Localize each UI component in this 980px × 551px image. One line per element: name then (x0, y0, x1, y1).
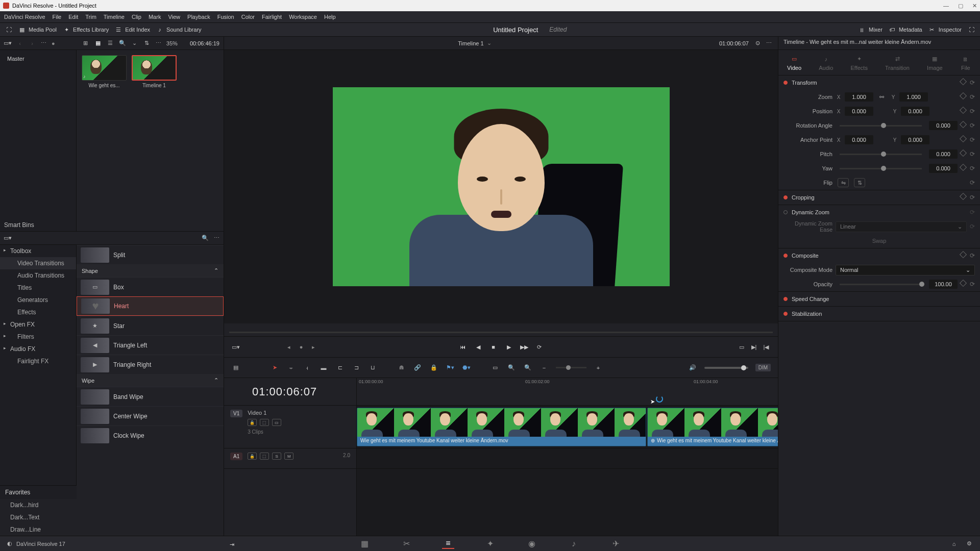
nav-back[interactable]: ‹ (16, 40, 23, 47)
home-icon[interactable]: ⌂ (950, 540, 958, 547)
track-lock-icon[interactable]: 🔒 (248, 453, 257, 460)
media-pool-toggle[interactable]: ▦Media Pool (18, 26, 57, 33)
transform-section[interactable]: Transform⟳ (778, 76, 980, 90)
page-fusion[interactable]: ✦ (484, 539, 496, 549)
link-toggle[interactable]: 🔗 (413, 363, 422, 372)
edit-index-toggle[interactable]: ☰Edit Index (115, 26, 150, 33)
volume-icon[interactable]: 🔊 (688, 363, 697, 372)
track-disable-icon[interactable]: ▭ (272, 419, 281, 426)
pos-x-input[interactable] (845, 107, 873, 116)
marker-icon[interactable]: ● (298, 343, 305, 350)
favorite-item[interactable]: Draw...Line (0, 523, 77, 536)
selection-tool[interactable]: ➤ (270, 363, 279, 372)
inspector-tab-audio[interactable]: ♪Audio (819, 55, 833, 71)
viewer[interactable]: ⇥ (224, 50, 778, 323)
more-icon[interactable]: ⋯ (41, 40, 46, 46)
composite-section[interactable]: Composite⟳ (778, 248, 980, 263)
menu-item[interactable]: Mark (149, 14, 161, 20)
track-lock-icon[interactable]: 🔒 (248, 419, 257, 426)
menu-item[interactable]: Help (324, 14, 336, 20)
inspector-tab-file[interactable]: 🗎File (960, 55, 971, 71)
menu-item[interactable]: Fairlight (262, 14, 282, 20)
flip-h-button[interactable]: ⇋ (838, 178, 849, 187)
find-tool[interactable]: ▭ (491, 363, 500, 372)
play-button[interactable]: ▶ (504, 342, 513, 352)
more-icon[interactable]: ⋯ (156, 40, 161, 46)
jog-bar[interactable] (229, 332, 773, 333)
speed-section[interactable]: Speed Change (778, 292, 980, 306)
fx-tree-audiofx[interactable]: Audio FX (0, 343, 76, 355)
rotation-input[interactable] (929, 121, 958, 130)
next-marker-icon[interactable]: ▸ (310, 343, 317, 350)
zoom-percent[interactable]: 35% (166, 40, 178, 46)
fx-item-box[interactable]: ▭Box (77, 277, 224, 296)
dynamic-zoom-section[interactable]: Dynamic Zoom⟳ (778, 205, 980, 219)
fx-item-clock-wipe[interactable]: Clock Wipe (77, 425, 224, 445)
menu-item[interactable]: DaVinci Resolve (4, 14, 45, 20)
chevron-down-icon[interactable]: ⌄ (131, 40, 138, 47)
menu-item[interactable]: Color (241, 14, 255, 20)
track-badge-a1[interactable]: A1 (230, 453, 242, 460)
timeline-name-dropdown[interactable]: Timeline 1⌄ (458, 40, 491, 46)
stop-button[interactable]: ■ (489, 342, 498, 352)
fx-tree-openfx[interactable]: Open FX (0, 318, 76, 331)
zoom-out[interactable]: − (540, 363, 549, 372)
fx-category-shape[interactable]: Shape⌃ (77, 264, 224, 277)
zoom-y-input[interactable] (899, 92, 928, 102)
detail-zoom[interactable]: 🔍 (523, 363, 532, 372)
overlay-dropdown[interactable]: ▭▾ (232, 343, 239, 350)
zoom-tool[interactable]: 🔍 (507, 363, 516, 372)
mixer-toggle[interactable]: ⫼Mixer (859, 26, 883, 33)
favorite-item[interactable]: Dark...Text (0, 511, 77, 523)
fx-dropdown[interactable]: ▭▾ (4, 235, 11, 242)
pos-y-input[interactable] (901, 107, 929, 116)
link-icon[interactable]: ⚯ (876, 94, 887, 101)
fx-item-star[interactable]: ★Star (77, 316, 224, 335)
pitch-input[interactable] (929, 149, 958, 159)
timeline-ruler[interactable]: 01:00:00:00 01:00:02:00 01:00:04:00 01:0… (357, 378, 778, 406)
expand-right-button[interactable]: ⛶ (968, 26, 975, 33)
effects-library-toggle[interactable]: ✦Effects Library (63, 26, 109, 33)
settings-icon[interactable]: ⚙ (966, 540, 973, 547)
menu-item[interactable]: Edit (68, 14, 78, 20)
menu-item[interactable]: Playback (187, 14, 210, 20)
timeline-clip[interactable]: Wie geht es mit meinem Youtube Kanal wei… (357, 408, 646, 446)
inspector-toggle[interactable]: ✂Inspector (928, 26, 962, 33)
bin-master[interactable]: Master (4, 54, 72, 63)
clip-thumbnail[interactable]: ♪ Wie geht es... (82, 55, 127, 88)
nav-fwd[interactable]: › (29, 40, 36, 47)
next-frame-button[interactable]: ▶▶ (520, 342, 529, 352)
fx-category-wipe[interactable]: Wipe⌃ (77, 374, 224, 387)
more-icon[interactable]: ⋯ (766, 40, 772, 46)
dynamic-trim-tool[interactable]: ⫞ (303, 363, 312, 372)
page-cut[interactable]: ✂ (400, 539, 412, 549)
fx-tree-titles[interactable]: Titles (0, 282, 76, 294)
zoom-x-input[interactable] (845, 92, 873, 102)
menu-item[interactable]: Fusion (217, 14, 234, 20)
flip-v-button[interactable]: ⇅ (854, 178, 865, 187)
menu-item[interactable]: Trim (85, 14, 96, 20)
fx-tree-generators[interactable]: Generators (0, 294, 76, 306)
menu-item[interactable]: File (53, 14, 62, 20)
sort-icon[interactable]: ⇅ (143, 40, 151, 47)
fx-tree-video-transitions[interactable]: Video Transitions (0, 257, 76, 269)
audio-track-header[interactable]: A1 🔒 ⬚ S M 2.0 (224, 448, 356, 469)
anchor-y-input[interactable] (901, 135, 929, 144)
fx-tree-filters[interactable]: Filters (0, 331, 76, 343)
track-auto-icon[interactable]: ⬚ (260, 419, 269, 426)
timeline-clip[interactable]: ⊕Wie geht es mit meinem Youtube Kanal we… (647, 408, 778, 446)
clip-thumbnail[interactable]: Timeline 1 (132, 55, 177, 88)
composite-mode-dropdown[interactable]: Normal⌄ (836, 265, 975, 276)
track-solo-icon[interactable]: S (272, 453, 281, 460)
fx-item-band-wipe[interactable]: Band Wipe (77, 387, 224, 406)
fx-item-triangle-left[interactable]: ◀Triangle Left (77, 335, 224, 355)
flag-dropdown[interactable]: ⚑▾ (446, 363, 455, 372)
menu-item[interactable]: Clip (132, 14, 141, 20)
yaw-input[interactable] (929, 164, 958, 173)
fx-item[interactable]: Split (77, 245, 224, 264)
expand-button[interactable]: ⛶ (5, 26, 12, 33)
fx-tree-audio-transitions[interactable]: Audio Transitions (0, 269, 76, 282)
prev-frame-button[interactable]: ◀ (474, 342, 483, 352)
fx-tree-fairlightfx[interactable]: Fairlight FX (0, 355, 76, 367)
track-mute-icon[interactable]: M (284, 453, 293, 460)
